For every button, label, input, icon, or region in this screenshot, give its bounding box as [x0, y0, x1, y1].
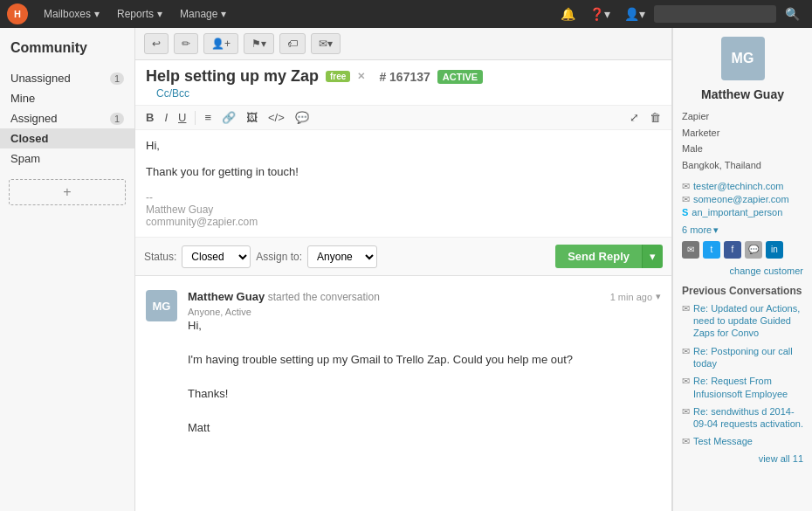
- assign-label: Assign to:: [256, 251, 302, 263]
- ticket-number: # 167137: [379, 70, 430, 84]
- sidebar-item-unassigned[interactable]: Unassigned 1: [0, 68, 134, 88]
- customer-location: Bangkok, Thailand: [682, 157, 803, 174]
- email-icon-1: ✉: [682, 181, 690, 192]
- sidebar-item-assigned[interactable]: Assigned 1: [0, 108, 134, 128]
- customer-email-1[interactable]: ✉ tester@techinch.com: [682, 181, 803, 192]
- nav-right: 🔔 ❓▾ 👤▾ 🔍: [555, 3, 805, 24]
- forward-button[interactable]: ✉▾: [311, 33, 341, 54]
- edit-button[interactable]: ✏: [174, 33, 198, 54]
- customer-emails: ✉ tester@techinch.com ✉ someone@zapier.c…: [682, 181, 803, 218]
- prev-conv-text-2: Re: Postponing our call today: [693, 345, 803, 370]
- conv-body: Hi, I'm having trouble setting up my Gma…: [188, 317, 661, 437]
- customer-title: Marketer: [682, 125, 803, 142]
- editor-expand-btn[interactable]: ⤢: [626, 109, 643, 126]
- editor-sep1: [195, 111, 196, 125]
- previous-conversations: Previous Conversations ✉ Re: Updated our…: [682, 285, 803, 464]
- prev-conv-title: Previous Conversations: [682, 285, 803, 297]
- prev-conv-icon-4: ✉: [682, 406, 690, 418]
- ticket-area: ↩ ✏ 👤+ ⚑▾ 🏷 ✉▾ Help setting up my Zap fr…: [135, 28, 672, 511]
- status-select[interactable]: Closed Active Pending: [182, 245, 251, 268]
- social-facebook-icon[interactable]: f: [724, 241, 741, 259]
- prev-conv-1[interactable]: ✉ Re: Updated our Actions, need to updat…: [682, 302, 803, 340]
- customer-avatar: MG: [721, 37, 765, 80]
- assign-button[interactable]: 👤+: [203, 33, 238, 54]
- customer-info: Zapier Marketer Male Bangkok, Thailand: [682, 108, 803, 174]
- view-all-link[interactable]: view all 11: [682, 453, 803, 464]
- search-button[interactable]: 🔍: [780, 3, 805, 24]
- ticket-status-badge: ACTIVE: [437, 70, 483, 84]
- editor-mention[interactable]: 💬: [292, 109, 313, 126]
- conv-author: Matthew Guay: [188, 290, 265, 303]
- send-reply-button[interactable]: Send Reply: [555, 245, 642, 268]
- editor-link[interactable]: 🔗: [218, 109, 239, 126]
- prev-conv-2[interactable]: ✉ Re: Postponing our call today: [682, 345, 803, 370]
- ticket-title-row: Help setting up my Zap free ✕ # 167137 A…: [146, 67, 661, 86]
- customer-gender: Male: [682, 141, 803, 157]
- add-mailbox-button[interactable]: +: [9, 179, 126, 205]
- search-input[interactable]: [654, 5, 776, 23]
- back-button[interactable]: ↩: [144, 33, 169, 54]
- editor-italic[interactable]: I: [161, 109, 171, 126]
- editor-expand: ⤢ 🗑: [626, 109, 664, 126]
- reply-footer: Status: Closed Active Pending Assign to:…: [135, 237, 671, 275]
- change-customer-link[interactable]: change customer: [682, 266, 803, 276]
- conversation-item: MG Matthew Guay started the conversation…: [146, 290, 661, 437]
- customer-email-2[interactable]: ✉ someone@zapier.com: [682, 194, 803, 205]
- editor-delete-btn[interactable]: 🗑: [646, 109, 664, 126]
- sidebar-item-mine[interactable]: Mine: [0, 88, 134, 108]
- cc-bcc-link[interactable]: Cc/Bcc: [146, 86, 661, 101]
- tag-button[interactable]: 🏷: [279, 33, 306, 54]
- prev-conv-text-3: Re: Request From Infusionsoft Employee: [693, 375, 803, 400]
- nav-reports[interactable]: Reports ▾: [108, 8, 171, 20]
- sidebar: Community Unassigned 1 Mine Assigned 1 C…: [0, 28, 135, 511]
- conv-header: Matthew Guay started the conversation 1 …: [188, 290, 661, 303]
- social-chat-icon[interactable]: 💬: [745, 241, 762, 259]
- right-panel: MG Matthew Guay Zapier Marketer Male Ban…: [672, 28, 812, 511]
- sidebar-item-spam[interactable]: Spam: [0, 148, 134, 169]
- reply-body-input[interactable]: Hi, Thank you for getting in touch! --Ma…: [135, 130, 671, 237]
- customer-skype[interactable]: S an_important_person: [682, 207, 803, 218]
- send-reply-dropdown[interactable]: ▾: [642, 245, 663, 268]
- editor-image[interactable]: 🖼: [243, 109, 261, 126]
- help-button[interactable]: ❓▾: [584, 3, 616, 24]
- sidebar-item-closed[interactable]: Closed: [0, 128, 134, 148]
- nav-manage[interactable]: Manage ▾: [171, 8, 235, 20]
- notifications-button[interactable]: 🔔: [555, 3, 581, 24]
- skype-icon: S: [682, 207, 688, 218]
- prev-conv-4[interactable]: ✉ Re: sendwithus d 2014-09-04 requests a…: [682, 405, 803, 431]
- social-twitter-icon[interactable]: t: [703, 241, 720, 259]
- social-mail-icon[interactable]: ✉: [682, 241, 699, 259]
- nav-mailboxes[interactable]: Mailboxes ▾: [35, 8, 108, 20]
- reply-compose: Help setting up my Zap free ✕ # 167137 A…: [135, 60, 671, 276]
- social-linkedin-icon[interactable]: in: [766, 241, 783, 259]
- prev-conv-text-5: Test Message: [693, 435, 753, 447]
- editor-underline[interactable]: U: [175, 109, 189, 126]
- conv-meta: Matthew Guay started the conversation 1 …: [188, 290, 661, 437]
- social-icons: ✉ t f 💬 in: [682, 241, 803, 259]
- top-nav: H Mailboxes ▾ Reports ▾ Manage ▾ 🔔 ❓▾ 👤▾…: [0, 0, 812, 28]
- prev-conv-icon-1: ✉: [682, 303, 690, 314]
- prev-conv-3[interactable]: ✉ Re: Request From Infusionsoft Employee: [682, 375, 803, 400]
- sidebar-items: Unassigned 1 Mine Assigned 1 Closed Spam: [0, 65, 134, 172]
- email-icon-2: ✉: [682, 194, 690, 205]
- editor-code[interactable]: </>: [265, 109, 288, 126]
- ticket-toolbar: ↩ ✏ 👤+ ⚑▾ 🏷 ✉▾: [135, 28, 671, 60]
- flag-button[interactable]: ⚑▾: [244, 33, 274, 54]
- editor-bold[interactable]: B: [142, 109, 157, 126]
- editor-list[interactable]: ≡: [201, 109, 215, 126]
- more-emails-link[interactable]: 6 more ▾: [682, 224, 803, 236]
- reply-header: Help setting up my Zap free ✕ # 167137 A…: [135, 60, 671, 105]
- prev-conv-text-1: Re: Updated our Actions, need to update …: [693, 302, 803, 340]
- email-address-2: someone@zapier.com: [693, 194, 789, 204]
- editor-toolbar: B I U ≡ 🔗 🖼 </> 💬 ⤢ 🗑: [135, 105, 671, 130]
- skype-address: an_important_person: [692, 207, 782, 218]
- prev-conv-icon-2: ✉: [682, 346, 690, 357]
- ticket-body: Help setting up my Zap free ✕ # 167137 A…: [135, 60, 671, 511]
- prev-conv-icon-5: ✉: [682, 436, 690, 447]
- sidebar-title: Community: [0, 28, 134, 65]
- prev-conv-icon-3: ✉: [682, 376, 690, 387]
- prev-conv-5[interactable]: ✉ Test Message: [682, 435, 803, 447]
- status-label: Status:: [144, 251, 176, 263]
- user-button[interactable]: 👤▾: [619, 3, 650, 24]
- assign-select[interactable]: Anyone: [307, 245, 377, 268]
